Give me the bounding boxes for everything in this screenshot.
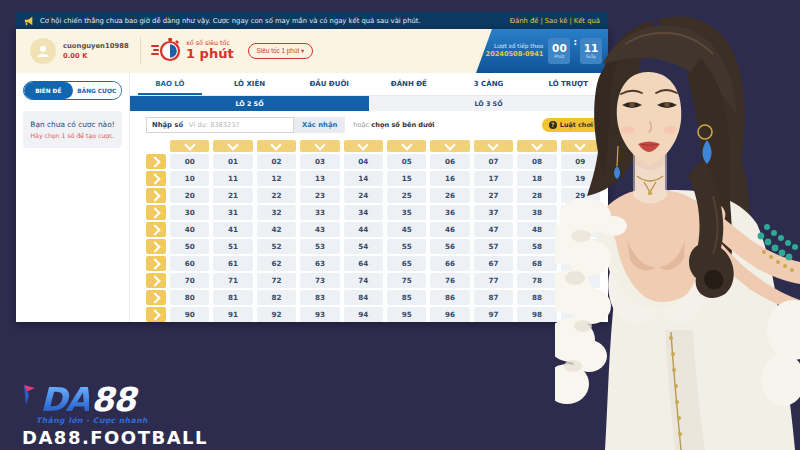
number-cell[interactable]: 34 (344, 205, 383, 220)
number-cell[interactable]: 52 (257, 239, 296, 254)
main-tab[interactable]: LÔ XIÊN (210, 73, 290, 95)
number-cell[interactable]: 88 (517, 290, 556, 305)
row-expand-button[interactable] (146, 205, 166, 220)
number-cell[interactable]: 13 (300, 171, 339, 186)
number-cell[interactable]: 70 (170, 273, 209, 288)
number-cell[interactable]: 29 (561, 188, 600, 203)
announcement-link[interactable]: Đánh đề (510, 17, 539, 25)
number-cell[interactable]: 97 (474, 307, 513, 322)
number-cell[interactable]: 04 (344, 154, 383, 169)
number-cell[interactable]: 66 (430, 256, 469, 271)
number-cell[interactable]: 64 (344, 256, 383, 271)
number-cell[interactable]: 93 (300, 307, 339, 322)
number-cell[interactable]: 95 (387, 307, 426, 322)
number-cell[interactable]: 37 (474, 205, 513, 220)
main-tab[interactable]: 3 CÀNG (449, 73, 529, 95)
number-cell[interactable]: 56 (430, 239, 469, 254)
number-cell[interactable]: 69 (561, 256, 600, 271)
column-select-button[interactable] (344, 140, 383, 152)
main-tab[interactable]: ĐẦU ĐUÔI (289, 73, 369, 95)
sidebar-tab[interactable]: BẢNG CƯỢC (73, 82, 122, 99)
announcement-link[interactable]: Kết quả (574, 17, 600, 25)
number-cell[interactable]: 63 (300, 256, 339, 271)
column-select-button[interactable] (474, 140, 513, 152)
number-cell[interactable]: 02 (257, 154, 296, 169)
row-expand-button[interactable] (146, 256, 166, 271)
number-cell[interactable]: 35 (387, 205, 426, 220)
number-cell[interactable]: 22 (257, 188, 296, 203)
column-select-button[interactable] (213, 140, 252, 152)
number-cell[interactable]: 30 (170, 205, 209, 220)
number-cell[interactable]: 14 (344, 171, 383, 186)
number-cell[interactable]: 58 (517, 239, 556, 254)
column-select-button[interactable] (300, 140, 339, 152)
number-cell[interactable]: 73 (300, 273, 339, 288)
number-cell[interactable]: 45 (387, 222, 426, 237)
number-cell[interactable]: 16 (430, 171, 469, 186)
number-cell[interactable]: 06 (430, 154, 469, 169)
row-expand-button[interactable] (146, 188, 166, 203)
number-cell[interactable]: 10 (170, 171, 209, 186)
row-expand-button[interactable] (146, 222, 166, 237)
row-expand-button[interactable] (146, 154, 166, 169)
number-cell[interactable]: 27 (474, 188, 513, 203)
number-cell[interactable]: 18 (517, 171, 556, 186)
avatar[interactable] (30, 38, 56, 64)
number-cell[interactable]: 24 (344, 188, 383, 203)
row-expand-button[interactable] (146, 273, 166, 288)
row-expand-button[interactable] (146, 290, 166, 305)
number-cell[interactable]: 11 (213, 171, 252, 186)
sidebar-tab[interactable]: BIÊN ĐỀ (24, 82, 73, 99)
number-cell[interactable]: 96 (430, 307, 469, 322)
number-cell[interactable]: 75 (387, 273, 426, 288)
number-cell[interactable]: 00 (170, 154, 209, 169)
number-cell[interactable]: 23 (300, 188, 339, 203)
number-cell[interactable]: 55 (387, 239, 426, 254)
number-cell[interactable]: 39 (561, 205, 600, 220)
column-select-button[interactable] (430, 140, 469, 152)
number-cell[interactable]: 53 (300, 239, 339, 254)
rules-button[interactable]: ? Luật chơi (542, 118, 600, 132)
number-cell[interactable]: 32 (257, 205, 296, 220)
main-tab[interactable]: ĐÁNH ĐỀ (369, 73, 449, 95)
number-cell[interactable]: 47 (474, 222, 513, 237)
confirm-button[interactable]: Xác nhận (294, 117, 345, 133)
number-cell[interactable]: 83 (300, 290, 339, 305)
number-cell[interactable]: 28 (517, 188, 556, 203)
number-cell[interactable]: 84 (344, 290, 383, 305)
number-cell[interactable]: 50 (170, 239, 209, 254)
number-cell[interactable]: 09 (561, 154, 600, 169)
column-select-button[interactable] (517, 140, 556, 152)
number-cell[interactable]: 91 (213, 307, 252, 322)
announcement-link[interactable]: Sao kê (545, 17, 568, 25)
row-expand-button[interactable] (146, 307, 166, 322)
number-cell[interactable]: 86 (430, 290, 469, 305)
number-cell[interactable]: 17 (474, 171, 513, 186)
number-cell[interactable]: 36 (430, 205, 469, 220)
number-cell[interactable]: 98 (517, 307, 556, 322)
number-cell[interactable]: 21 (213, 188, 252, 203)
number-cell[interactable]: 25 (387, 188, 426, 203)
number-cell[interactable]: 80 (170, 290, 209, 305)
number-cell[interactable]: 57 (474, 239, 513, 254)
number-cell[interactable]: 41 (213, 222, 252, 237)
row-expand-button[interactable] (146, 239, 166, 254)
number-cell[interactable]: 48 (517, 222, 556, 237)
number-cell[interactable]: 43 (300, 222, 339, 237)
number-cell[interactable]: 54 (344, 239, 383, 254)
number-cell[interactable]: 90 (170, 307, 209, 322)
number-cell[interactable]: 26 (430, 188, 469, 203)
number-cell[interactable]: 49 (561, 222, 600, 237)
number-cell[interactable]: 72 (257, 273, 296, 288)
number-cell[interactable]: 38 (517, 205, 556, 220)
number-cell[interactable]: 03 (300, 154, 339, 169)
number-cell[interactable]: 46 (430, 222, 469, 237)
number-cell[interactable]: 81 (213, 290, 252, 305)
number-cell[interactable]: 94 (344, 307, 383, 322)
number-cell[interactable]: 15 (387, 171, 426, 186)
number-inputbox[interactable]: Nhập số (146, 117, 294, 133)
column-select-button[interactable] (170, 140, 209, 152)
row-expand-button[interactable] (146, 171, 166, 186)
number-cell[interactable]: 01 (213, 154, 252, 169)
number-cell[interactable]: 08 (517, 154, 556, 169)
